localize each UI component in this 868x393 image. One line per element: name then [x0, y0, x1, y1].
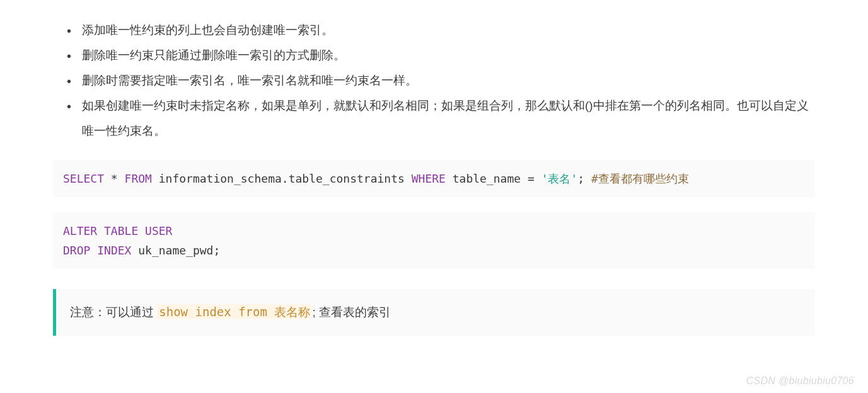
code-ident: table_constraints: [289, 172, 405, 185]
keyword-alter: ALTER: [63, 224, 97, 237]
keyword-user: USER: [145, 224, 172, 237]
list-item: 删除唯一约束只能通过删除唯一索引的方式删除。: [82, 43, 815, 68]
code-text: information_schema: [152, 172, 282, 185]
keyword-show: show: [159, 305, 188, 319]
list-item: 删除时需要指定唯一索引名，唯一索引名就和唯一约束名一样。: [82, 68, 815, 93]
keyword-index: INDEX: [97, 244, 131, 257]
list-item: 如果创建唯一约束时未指定名称，如果是单列，就默认和列名相同；如果是组合列，那么默…: [82, 93, 815, 144]
list-item: 添加唯一性约束的列上也会自动创建唯一索引。: [82, 18, 815, 43]
bullet-list: 添加唯一性约束的列上也会自动创建唯一索引。 删除唯一约束只能通过删除唯一索引的方…: [82, 18, 815, 144]
note-prefix: 注意：可以通过: [70, 305, 157, 319]
code-ident: uk_name_pwd;: [131, 244, 220, 257]
code-text: *: [104, 172, 125, 185]
keyword-drop: DROP: [63, 244, 90, 257]
note-suffix: 查看表的索引: [316, 305, 391, 319]
keyword-from: from: [238, 305, 267, 319]
string-literal: '表名': [541, 172, 578, 185]
keyword-from: FROM: [125, 172, 152, 185]
keyword-table: TABLE: [104, 224, 138, 237]
comment: #查看都有哪些约束: [591, 172, 689, 185]
keyword-where: WHERE: [405, 172, 446, 185]
inline-code: show index from 表名称: [157, 304, 312, 319]
op-equals: =: [528, 172, 535, 185]
code-text: [535, 172, 541, 185]
code-block-alter[interactable]: ALTER TABLE USER DROP INDEX uk_name_pwd;: [53, 212, 815, 269]
code-block-select[interactable]: SELECT * FROM information_schema.table_c…: [53, 160, 815, 197]
note-block: 注意：可以通过 show index from 表名称; 查看表的索引: [53, 289, 815, 336]
keyword-index: index: [195, 305, 231, 319]
watermark: CSDN @biubiubiu0706: [746, 375, 854, 387]
dot: .: [282, 172, 289, 185]
list-item-text: 如果创建唯一约束时未指定名称，如果是单列，就默认和列名相同；如果是组合列，那么默…: [82, 99, 809, 137]
code-text: table_name: [446, 172, 528, 185]
table-placeholder: 表名称: [274, 305, 310, 319]
list-item-text: 添加唯一性约束的列上也会自动创建唯一索引。: [82, 23, 333, 37]
code-text: ;: [577, 172, 591, 185]
list-item-text: 删除唯一约束只能通过删除唯一索引的方式删除。: [82, 48, 345, 62]
keyword-select: SELECT: [63, 172, 104, 185]
content-area: 添加唯一性约束的列上也会自动创建唯一索引。 删除唯一约束只能通过删除唯一索引的方…: [0, 0, 868, 336]
list-item-text: 删除时需要指定唯一索引名，唯一索引名就和唯一约束名一样。: [82, 74, 417, 87]
